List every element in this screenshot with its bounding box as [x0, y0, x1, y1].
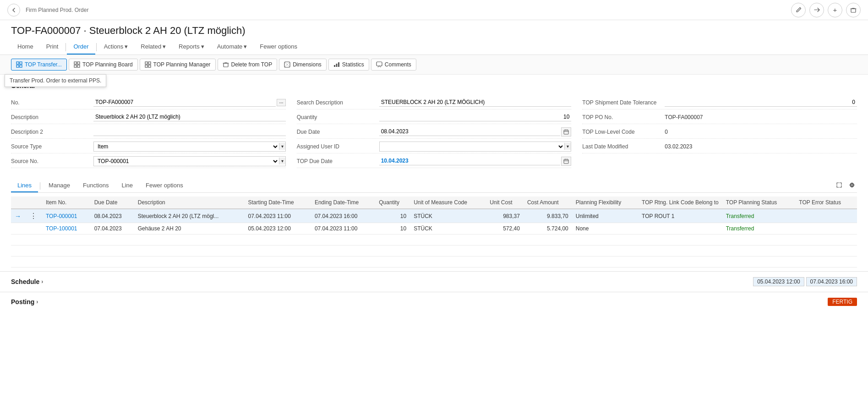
- top-planning-manager-button[interactable]: TOP Planning Manager: [140, 59, 216, 71]
- delete-from-top-button[interactable]: Delete from TOP: [218, 59, 278, 71]
- lines-tab-fewer[interactable]: Fewer options: [139, 179, 190, 192]
- field-source-no: Source No. TOP-000001 ▾: [11, 154, 286, 168]
- cell-cost-amount: 9.833,70: [524, 209, 572, 223]
- table-row-empty: [11, 245, 857, 256]
- no-value: ···: [93, 98, 286, 107]
- dimensions-button[interactable]: Dimensions: [279, 59, 327, 71]
- comments-button[interactable]: Comments: [371, 59, 416, 71]
- edit-button[interactable]: [791, 3, 806, 17]
- svg-rect-18: [377, 62, 382, 66]
- dimensions-icon: [284, 61, 290, 68]
- description-input[interactable]: [93, 113, 286, 121]
- nav-tab-print[interactable]: Print: [40, 39, 65, 55]
- lines-tab-line[interactable]: Line: [115, 179, 139, 192]
- due-date-label: Due Date: [297, 127, 379, 137]
- description2-value: [93, 127, 286, 136]
- nav-tab-actions[interactable]: Actions ▾: [98, 39, 135, 55]
- search-desc-label: Search Description: [297, 98, 379, 108]
- nav-tab-related[interactable]: Related ▾: [134, 39, 172, 55]
- source-no-select[interactable]: TOP-000001: [94, 157, 279, 166]
- add-button[interactable]: +: [828, 3, 842, 17]
- source-type-select-wrapper: Item ▾: [93, 142, 286, 152]
- row-menu-btn[interactable]: ⋮: [28, 212, 38, 220]
- posting-chevron-icon: ›: [36, 299, 38, 305]
- quantity-input[interactable]: [379, 113, 572, 121]
- lines-tab-functions[interactable]: Functions: [76, 179, 115, 192]
- nav-tab-order[interactable]: Order: [67, 39, 95, 55]
- nav-tab-reports[interactable]: Reports ▾: [172, 39, 211, 55]
- svg-rect-19: [564, 130, 568, 134]
- col-indicator: [11, 196, 25, 209]
- lines-tab-lines[interactable]: Lines: [11, 179, 38, 192]
- table-row[interactable]: → ⋮ TOP-000001 08.04.2023 Steuerblock 2 …: [11, 209, 857, 223]
- svg-rect-20: [564, 159, 568, 164]
- svg-rect-15: [334, 65, 335, 67]
- general-section: General No. ··· Description: [0, 75, 868, 175]
- cell-error-status: [795, 223, 857, 235]
- table-row-empty: [11, 256, 857, 267]
- top-planning-board-button[interactable]: TOP Planning Board: [69, 59, 138, 71]
- form-col-3: TOP Shipment Date Tolerance TOP PO No. T…: [582, 96, 857, 168]
- chart-icon: [333, 61, 340, 68]
- search-desc-input[interactable]: [379, 98, 572, 107]
- delete-button[interactable]: [846, 3, 861, 17]
- cell-error-status: [795, 209, 857, 223]
- assigned-user-dropdown-arrow: ▾: [564, 143, 571, 150]
- svg-rect-13: [224, 63, 228, 67]
- chevron-down-icon: ▾: [244, 43, 247, 50]
- statistics-button[interactable]: Statistics: [328, 59, 369, 71]
- schedule-section[interactable]: Schedule › 05.04.2023 12:00 07.04.2023 1…: [0, 271, 868, 292]
- cell-ending-dt: 07.04.2023 11:00: [311, 223, 375, 235]
- cell-quantity: 10: [375, 223, 410, 235]
- svg-rect-10: [148, 62, 151, 64]
- search-desc-value: [379, 98, 572, 107]
- nav-tab-home[interactable]: Home: [11, 39, 40, 55]
- due-date-input[interactable]: [379, 127, 561, 136]
- quantity-label: Quantity: [297, 112, 379, 122]
- delete-icon: [223, 61, 229, 68]
- source-no-label: Source No.: [11, 156, 93, 166]
- top-shipment-value: [665, 98, 857, 107]
- back-button[interactable]: [7, 4, 20, 16]
- top-due-date-input[interactable]: [379, 157, 561, 165]
- lines-expand-btn[interactable]: [834, 181, 844, 191]
- grid-icon: [16, 61, 22, 68]
- top-transfer-button[interactable]: TOP Transfer...: [11, 59, 67, 71]
- field-top-shipment: TOP Shipment Date Tolerance: [582, 96, 857, 109]
- col-menu: [25, 196, 42, 209]
- collapse-icon: [849, 182, 855, 188]
- posting-section[interactable]: Posting › FERTIG: [0, 292, 868, 311]
- due-date-calendar-btn[interactable]: [561, 127, 571, 136]
- no-input[interactable]: [93, 98, 276, 107]
- grid-icon: [145, 61, 151, 68]
- top-due-date-calendar-btn[interactable]: [561, 157, 571, 166]
- top-planning-board-label: TOP Planning Board: [82, 61, 133, 68]
- cell-starting-dt: 07.04.2023 11:00: [245, 209, 311, 223]
- table-row[interactable]: TOP-100001 07.04.2023 Gehäuse 2 AH 20 05…: [11, 223, 857, 235]
- lines-tab-manage[interactable]: Manage: [42, 179, 76, 192]
- no-ellipsis-btn[interactable]: ···: [277, 99, 285, 106]
- nav-tab-fewer-options[interactable]: Fewer options: [253, 39, 304, 55]
- description2-input[interactable]: [93, 127, 286, 136]
- last-modified-value: 03.02.2023: [665, 143, 857, 150]
- calendar-icon: [563, 158, 569, 164]
- col-ending-dt: Ending Date-Time: [311, 196, 375, 209]
- lines-collapse-btn[interactable]: [847, 181, 857, 191]
- col-starting-dt: Starting Date-Time: [245, 196, 311, 209]
- cell-rtng-link: TOP ROUT 1: [638, 209, 722, 223]
- top-shipment-input[interactable]: [665, 98, 857, 107]
- assigned-user-select-wrapper: ▾: [379, 142, 572, 152]
- top-low-level-label: TOP Low-Level Code: [582, 127, 665, 137]
- source-type-select[interactable]: Item: [94, 142, 279, 151]
- col-quantity: Quantity: [375, 196, 410, 209]
- assigned-user-select[interactable]: [380, 142, 565, 151]
- svg-rect-0: [851, 9, 856, 12]
- source-no-dropdown-arrow: ▾: [279, 158, 285, 164]
- top-bar: Firm Planned Prod. Order +: [0, 0, 868, 20]
- chevron-down-icon: ▾: [163, 43, 166, 50]
- share-button[interactable]: [809, 3, 824, 17]
- field-due-date: Due Date: [297, 125, 572, 139]
- cell-ending-dt: 07.04.2023 16:00: [311, 209, 375, 223]
- nav-tab-automate[interactable]: Automate ▾: [211, 39, 254, 55]
- top-planning-manager-label: TOP Planning Manager: [153, 61, 211, 68]
